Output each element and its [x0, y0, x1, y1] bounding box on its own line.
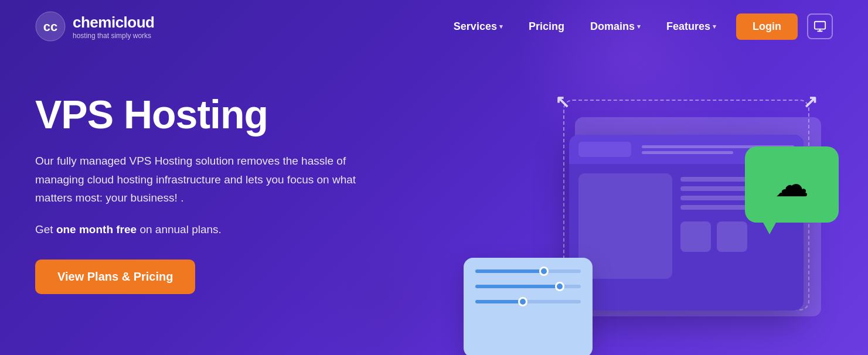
cloud-icon: ☁ [775, 165, 809, 204]
slider-track-1 [475, 269, 581, 273]
slider-fill-2 [475, 285, 560, 288]
nav-domains[interactable]: Domains ▾ [580, 16, 651, 37]
hero-illustration: ↖ ↗ [428, 88, 868, 355]
slider-track-2 [475, 285, 581, 288]
svg-rect-2 [815, 22, 825, 29]
browser-thumb-2 [717, 221, 747, 252]
nav-pricing[interactable]: Pricing [518, 16, 575, 37]
hero-title: VPS Hosting [35, 94, 375, 135]
page-wrapper: cc chemicloud hosting that simply works … [0, 0, 868, 355]
cart-icon [813, 20, 826, 33]
services-chevron-icon: ▾ [499, 23, 503, 30]
svg-text:cc: cc [43, 19, 57, 34]
hero-description: Our fully managed VPS Hosting solution r… [35, 152, 363, 207]
login-button[interactable]: Login [736, 13, 798, 40]
logo-icon: cc [35, 11, 66, 42]
domains-chevron-icon: ▾ [637, 23, 641, 30]
slider-thumb-3 [518, 297, 527, 306]
logo-text: chemicloud hosting that simply works [73, 13, 154, 40]
slider-track-3 [475, 300, 581, 303]
arrow-topleft-icon: ↖ [555, 91, 570, 112]
arrow-topright-icon: ↗ [803, 91, 818, 112]
logo-name: chemicloud [73, 13, 154, 32]
browser-tab [578, 142, 631, 157]
browser-line-2 [642, 151, 733, 154]
logo-tagline: hosting that simply works [73, 32, 154, 40]
slider-thumb-2 [555, 282, 564, 291]
browser-thumb-row [680, 221, 794, 252]
features-chevron-icon: ▾ [713, 23, 716, 30]
cta-button[interactable]: View Plans & Pricing [35, 260, 195, 294]
nav-features[interactable]: Features ▾ [656, 16, 727, 37]
hero-section: VPS Hosting Our fully managed VPS Hostin… [0, 53, 868, 294]
hero-content: VPS Hosting Our fully managed VPS Hostin… [35, 76, 375, 294]
hero-offer: Get one month free on annual plans. [35, 223, 375, 236]
nav-services[interactable]: Services ▾ [443, 16, 513, 37]
browser-text-line-3 [680, 196, 748, 200]
main-nav: Services ▾ Pricing Domains ▾ Features ▾ … [443, 13, 833, 40]
browser-thumb-1 [680, 221, 711, 252]
slider-panel [464, 258, 593, 355]
slider-fill-1 [475, 269, 544, 273]
cart-button[interactable] [807, 13, 833, 39]
slider-thumb-1 [539, 267, 549, 276]
header: cc chemicloud hosting that simply works … [0, 0, 868, 53]
cloud-bubble: ☁ [745, 146, 839, 223]
slider-fill-3 [475, 300, 523, 303]
browser-image-placeholder [578, 173, 672, 279]
logo[interactable]: cc chemicloud hosting that simply works [35, 11, 154, 42]
